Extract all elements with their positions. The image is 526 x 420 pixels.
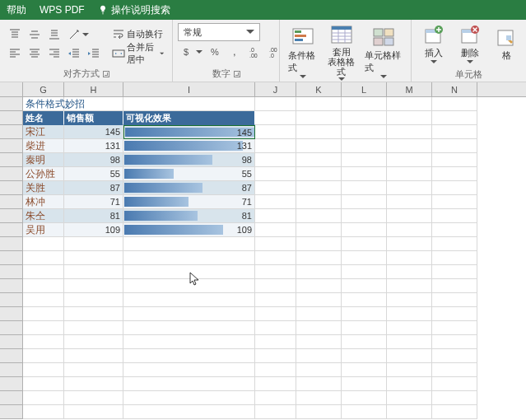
cell[interactable]: 55 <box>64 167 123 181</box>
cell[interactable] <box>432 349 477 363</box>
row-header[interactable] <box>0 321 23 335</box>
cell[interactable] <box>342 223 387 237</box>
cell[interactable] <box>387 237 432 251</box>
cell[interactable] <box>296 97 342 111</box>
row-header[interactable] <box>0 293 23 307</box>
cell[interactable] <box>23 265 64 279</box>
cell[interactable] <box>255 377 296 391</box>
row-header[interactable] <box>0 349 23 363</box>
cell[interactable] <box>255 349 296 363</box>
cell[interactable] <box>64 335 123 349</box>
cell[interactable] <box>123 377 255 391</box>
cell[interactable] <box>64 307 123 321</box>
cell[interactable] <box>432 321 477 335</box>
cell[interactable] <box>342 181 387 195</box>
cell[interactable] <box>255 223 296 237</box>
cell[interactable]: 柴进 <box>23 139 64 153</box>
cell[interactable] <box>296 181 342 195</box>
cell[interactable] <box>432 377 477 391</box>
cell[interactable] <box>387 195 432 209</box>
orientation-button[interactable] <box>64 26 92 44</box>
row-header[interactable] <box>0 139 23 153</box>
cell[interactable] <box>296 209 342 223</box>
col-header[interactable]: H <box>64 82 123 96</box>
cell[interactable]: 关胜 <box>23 181 64 195</box>
cell[interactable]: 145 <box>64 125 123 139</box>
cell[interactable] <box>123 391 255 405</box>
dialog-launcher-icon[interactable] <box>234 71 240 77</box>
cell[interactable]: 吴用 <box>23 223 64 237</box>
cell[interactable] <box>23 321 64 335</box>
cell[interactable] <box>387 349 432 363</box>
cell[interactable]: 81 <box>123 209 255 223</box>
select-all-corner[interactable] <box>0 82 23 96</box>
cell[interactable] <box>432 307 477 321</box>
cell[interactable] <box>342 237 387 251</box>
row-header[interactable] <box>0 195 23 209</box>
row-header[interactable] <box>0 223 23 237</box>
cell[interactable] <box>296 111 342 125</box>
cell[interactable] <box>342 97 387 111</box>
delete-button[interactable]: 删除 <box>453 23 487 65</box>
cell[interactable] <box>296 139 342 153</box>
cell[interactable] <box>387 125 432 139</box>
cell[interactable] <box>387 405 432 419</box>
cell[interactable] <box>387 139 432 153</box>
cell[interactable] <box>64 265 123 279</box>
cell[interactable] <box>296 293 342 307</box>
cell[interactable] <box>342 349 387 363</box>
cell[interactable] <box>387 321 432 335</box>
cell[interactable] <box>387 377 432 391</box>
cell[interactable] <box>387 153 432 167</box>
cell[interactable] <box>123 321 255 335</box>
cell[interactable] <box>255 391 296 405</box>
col-header[interactable]: M <box>387 82 432 96</box>
cell[interactable] <box>255 153 296 167</box>
cell[interactable] <box>432 279 477 293</box>
cell[interactable] <box>432 335 477 349</box>
format-table-button[interactable]: 套用 表格格式 <box>324 23 361 82</box>
align-bottom-button[interactable] <box>44 26 64 44</box>
cell[interactable] <box>432 363 477 377</box>
cell[interactable] <box>64 363 123 377</box>
cell[interactable] <box>23 377 64 391</box>
cell[interactable] <box>123 251 255 265</box>
cell[interactable] <box>23 391 64 405</box>
cell[interactable] <box>342 391 387 405</box>
col-header[interactable]: N <box>432 82 477 96</box>
cell[interactable] <box>432 153 477 167</box>
cell[interactable]: 109 <box>64 223 123 237</box>
cell[interactable] <box>296 377 342 391</box>
cell-styles-button[interactable]: 单元格样式 <box>361 26 406 80</box>
row-header[interactable] <box>0 111 23 125</box>
insert-button[interactable]: 插入 <box>417 23 451 65</box>
row-header[interactable] <box>0 125 23 139</box>
cell[interactable] <box>432 139 477 153</box>
cell[interactable] <box>123 363 255 377</box>
cell[interactable]: 98 <box>123 153 255 167</box>
cell[interactable] <box>255 321 296 335</box>
cell[interactable] <box>342 153 387 167</box>
row-header[interactable] <box>0 237 23 251</box>
cell[interactable] <box>432 97 477 111</box>
cell[interactable] <box>387 209 432 223</box>
cell[interactable] <box>342 265 387 279</box>
cell[interactable] <box>255 251 296 265</box>
cell[interactable]: 公孙胜 <box>23 167 64 181</box>
cell[interactable] <box>296 279 342 293</box>
cell[interactable] <box>64 279 123 293</box>
cell[interactable] <box>123 349 255 363</box>
cell[interactable] <box>387 251 432 265</box>
cell[interactable] <box>342 377 387 391</box>
col-header[interactable]: L <box>342 82 387 96</box>
cell[interactable]: 林冲 <box>23 195 64 209</box>
row-header[interactable] <box>0 405 23 419</box>
cell[interactable] <box>296 125 342 139</box>
cell[interactable] <box>296 363 342 377</box>
cell[interactable] <box>296 153 342 167</box>
cell[interactable] <box>432 223 477 237</box>
cell[interactable] <box>342 293 387 307</box>
cell[interactable] <box>23 293 64 307</box>
row-header[interactable] <box>0 335 23 349</box>
cell[interactable] <box>64 405 123 419</box>
